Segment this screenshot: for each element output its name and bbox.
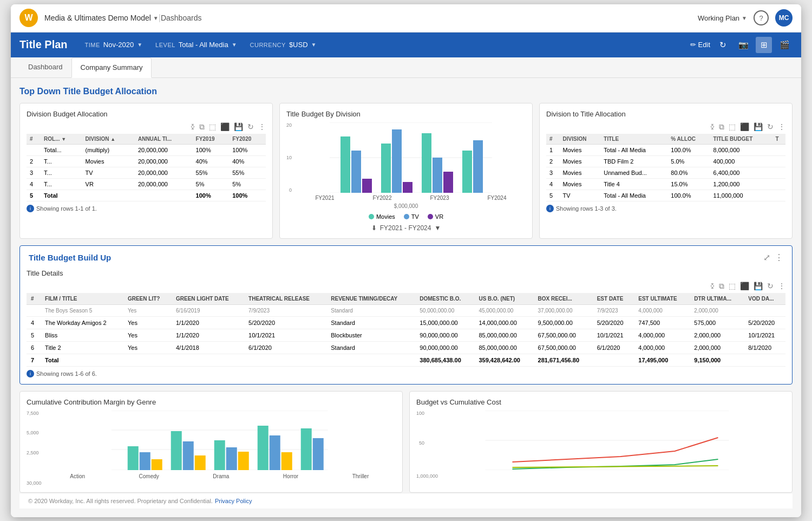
save-icon[interactable]: 💾 xyxy=(234,122,243,132)
build-up-section: Title Budget Build Up ⤢ ⋮ Title Details … xyxy=(19,245,793,385)
division-title-allocation-title: Division to Title Allocation xyxy=(546,110,785,118)
expand-icon[interactable]: ⤢ xyxy=(763,252,770,263)
col-vod-da: VOD DA... xyxy=(744,293,785,305)
svg-rect-5 xyxy=(362,179,372,193)
edit-button[interactable]: ✏ Edit xyxy=(690,41,710,49)
buildup-table: # FILM / TITLE GREEN LIT? GREEN LIGHT DA… xyxy=(27,293,785,367)
table-row: 2 Movies TBD Film 2 5.0% 400,000 xyxy=(546,155,785,167)
table-row: 2 T... Movies 20,000,000 40% 40% xyxy=(27,155,266,167)
title-details-label: Title Details xyxy=(27,269,785,277)
tab-dashboard[interactable]: Dashboard xyxy=(19,57,71,77)
table-row: 4 The Workday Amigos 2 Yes 1/1/2020 5/20… xyxy=(27,316,785,329)
table-row: 3 T... TV 20,000,000 55% 55% xyxy=(27,167,266,178)
col-fy2019: FY2019 xyxy=(193,134,230,145)
import-icon[interactable]: ⬛ xyxy=(740,122,749,132)
top-cards-row: Division Budget Allocation ⧲ ⧉ ⬚ ⬛ 💾 ↻ ⋮… xyxy=(19,103,793,239)
copy-icon[interactable]: ⧉ xyxy=(719,282,724,291)
col-green-light-date: GREEN LIGHT DATE xyxy=(172,293,244,305)
budget-cost-title: Budget vs Cumulative Cost xyxy=(416,398,785,406)
budget-cost-wrapper: 100 50 xyxy=(416,411,785,472)
export-icon[interactable]: ⬚ xyxy=(729,282,736,291)
legend-tv: TV xyxy=(404,213,419,220)
video-button[interactable]: 🎬 xyxy=(776,37,793,53)
svg-rect-30 xyxy=(281,452,292,470)
chart-legend: Movies TV VR xyxy=(286,213,526,220)
svg-rect-9 xyxy=(422,133,431,193)
refresh-icon[interactable]: ↻ xyxy=(247,122,254,132)
save-icon[interactable]: 💾 xyxy=(754,122,763,132)
col-role: ROL... ▼ xyxy=(41,134,82,145)
svg-rect-11 xyxy=(443,172,453,193)
refresh-icon[interactable]: ↻ xyxy=(767,122,774,132)
svg-rect-31 xyxy=(300,428,311,470)
export-icon[interactable]: ⬚ xyxy=(209,122,216,132)
table-row-total: 7 Total 380,685,438.00 359,428,642.00 28… xyxy=(27,354,785,366)
working-plan-arrow: ▼ xyxy=(742,15,747,21)
budget-cost-card: Budget vs Cumulative Cost 100 50 xyxy=(409,391,793,493)
privacy-policy-link[interactable]: Privacy Policy xyxy=(215,498,252,504)
more-icon[interactable]: ⋮ xyxy=(778,282,785,291)
col-green-lit: GREEN LIT? xyxy=(123,293,172,305)
workday-logo: W xyxy=(19,9,38,27)
svg-rect-22 xyxy=(171,431,181,470)
refresh-button[interactable]: ↻ xyxy=(715,37,731,53)
division-budget-showing: i Showing rows 1-1 of 1. xyxy=(27,205,266,212)
more-icon[interactable]: ⋮ xyxy=(258,122,266,132)
buildup-table-scroll[interactable]: # FILM / TITLE GREEN LIT? GREEN LIGHT DA… xyxy=(27,293,785,367)
refresh-icon[interactable]: ↻ xyxy=(767,282,774,291)
chart-filter[interactable]: ⬇ FY2021 - FY2024 ▼ xyxy=(286,224,526,232)
footer: © 2020 Workday, Inc. All rights reserved… xyxy=(19,493,793,509)
col-hash: # xyxy=(546,134,560,145)
time-arrow: ▼ xyxy=(137,42,142,48)
filter-icon[interactable]: ⧲ xyxy=(191,122,195,132)
working-plan-selector[interactable]: Working Plan ▼ xyxy=(698,14,747,22)
info-icon: i xyxy=(27,370,34,377)
save-icon[interactable]: 💾 xyxy=(754,282,763,291)
table-row: Total... (multiply) 20,000,000 100% 100% xyxy=(27,144,266,155)
import-icon[interactable]: ⬛ xyxy=(740,282,749,291)
allocation-table: # DIVISION TITLE % ALLOC TITLE BUDGET T … xyxy=(546,134,785,201)
import-icon[interactable]: ⬛ xyxy=(220,122,230,132)
cumulative-y-axis: 7,500 5,000 2,500 xyxy=(27,411,41,470)
filter-icon[interactable]: ⧲ xyxy=(711,282,715,291)
col-t: T xyxy=(772,134,785,145)
grid-view-button[interactable]: ⊞ xyxy=(756,37,772,53)
build-up-title: Title Budget Build Up xyxy=(29,253,111,262)
currency-filter[interactable]: CURRENCY $USD ▼ xyxy=(250,41,317,49)
copy-icon[interactable]: ⧉ xyxy=(199,122,205,132)
camera-button[interactable]: 📷 xyxy=(735,37,751,53)
col-film-title: FILM / TITLE xyxy=(41,293,123,305)
model-selector[interactable]: Media & Ultimates Demo Model ▼ xyxy=(44,14,159,22)
svg-rect-29 xyxy=(269,435,280,470)
export-icon[interactable]: ⬚ xyxy=(729,122,736,132)
level-arrow: ▼ xyxy=(232,42,237,48)
svg-rect-4 xyxy=(351,151,361,193)
copy-icon[interactable]: ⧉ xyxy=(719,122,724,132)
user-avatar[interactable]: MC xyxy=(775,9,793,27)
tabs-bar: Dashboard Company Summary xyxy=(11,57,801,78)
svg-rect-10 xyxy=(433,158,442,193)
budget-cost-svg xyxy=(429,411,785,470)
svg-rect-19 xyxy=(127,446,138,470)
division-budget-table: # ROL... ▼ DIVISION ▲ ANNUAL TI... FY201… xyxy=(27,134,266,201)
bottom-charts-row: Cumulative Contribution Margin by Genre … xyxy=(19,391,793,493)
svg-rect-8 xyxy=(403,182,412,193)
time-filter[interactable]: TIME Nov-2020 ▼ xyxy=(85,41,143,49)
svg-rect-25 xyxy=(214,440,225,470)
help-button[interactable]: ? xyxy=(754,10,769,25)
filter-icon[interactable]: ⧲ xyxy=(711,122,715,132)
cumulative-margin-card: Cumulative Contribution Margin by Genre … xyxy=(19,391,403,493)
budget-cost-y-unit: 1,000,000 xyxy=(416,473,785,479)
cumulative-x-labels: Action Comedy Drama Horror Thriller xyxy=(43,473,396,479)
table-row: 5 TV Total - All Media 100.0% 11,000,000 xyxy=(546,190,785,201)
top-navigation: W Media & Ultimates Demo Model ▼ | Dashb… xyxy=(11,4,801,32)
dashboards-link[interactable]: Dashboards xyxy=(161,14,202,22)
main-content: Top Down Title Budget Allocation Divisio… xyxy=(11,78,801,517)
more-icon[interactable]: ⋮ xyxy=(775,252,783,263)
level-filter[interactable]: LEVEL Total - All Media ▼ xyxy=(155,41,237,49)
division-title-allocation-card: Division to Title Allocation ⧲ ⧉ ⬚ ⬛ 💾 ↻… xyxy=(539,103,793,239)
svg-rect-21 xyxy=(151,459,162,470)
tab-company-summary[interactable]: Company Summary xyxy=(71,57,152,78)
more-icon[interactable]: ⋮ xyxy=(778,122,785,132)
col-us-bo-net: US B.O. (NET) xyxy=(474,293,533,305)
